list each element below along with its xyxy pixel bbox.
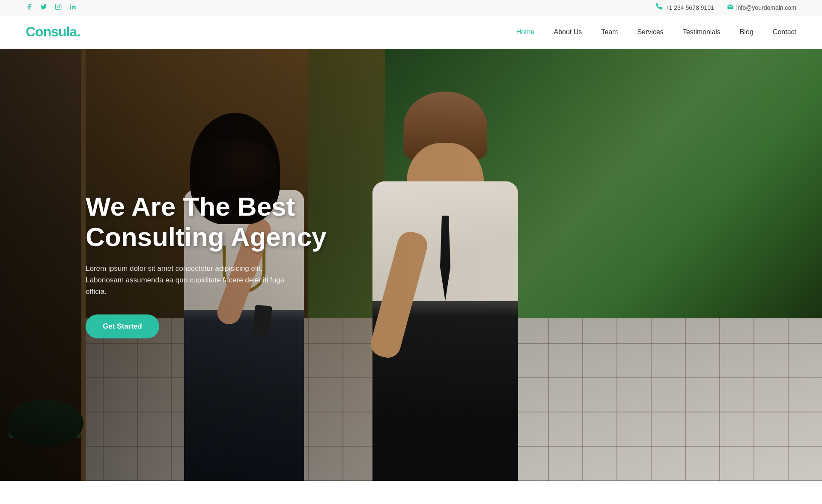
- nav-team[interactable]: Team: [601, 28, 618, 36]
- get-started-button[interactable]: Get Started: [86, 314, 159, 338]
- top-bar: +1 234 5678 9101 info@yourdomain.com: [0, 0, 822, 15]
- hero-content: We Are The Best Consulting Agency Lorem …: [86, 191, 334, 338]
- nav-about[interactable]: About Us: [554, 28, 582, 36]
- hero-section: We Are The Best Consulting Agency Lorem …: [0, 49, 822, 481]
- svg-point-3: [70, 4, 71, 5]
- logo[interactable]: Consula.: [26, 24, 80, 40]
- phone-info: +1 234 5678 9101: [656, 3, 714, 12]
- logo-text: Consula: [26, 24, 77, 39]
- social-twitter[interactable]: [40, 3, 47, 12]
- social-facebook[interactable]: [26, 3, 33, 12]
- nav-contact[interactable]: Contact: [773, 28, 796, 36]
- logo-dot: .: [77, 24, 80, 39]
- social-linkedin[interactable]: [69, 3, 76, 12]
- nav-testimonials[interactable]: Testimonials: [683, 28, 721, 36]
- hero-title: We Are The Best Consulting Agency: [86, 191, 334, 252]
- header: Consula. Home About Us Team Services Tes…: [0, 15, 822, 49]
- nav-services[interactable]: Services: [637, 28, 663, 36]
- hero-subtitle: Lorem ipsum dolor sit amet consectetur a…: [86, 263, 291, 298]
- social-links: [26, 3, 76, 12]
- phone-icon: [656, 3, 663, 12]
- email-address: info@yourdomain.com: [736, 4, 796, 11]
- svg-rect-0: [55, 4, 61, 9]
- email-icon: [727, 3, 734, 12]
- nav-blog[interactable]: Blog: [740, 28, 754, 36]
- svg-point-2: [60, 5, 60, 6]
- svg-point-1: [57, 6, 59, 8]
- email-info: info@yourdomain.com: [727, 3, 796, 12]
- nav-home[interactable]: Home: [516, 28, 535, 36]
- main-nav: Home About Us Team Services Testimonials…: [516, 28, 796, 36]
- phone-number: +1 234 5678 9101: [665, 4, 714, 11]
- social-instagram[interactable]: [55, 3, 62, 12]
